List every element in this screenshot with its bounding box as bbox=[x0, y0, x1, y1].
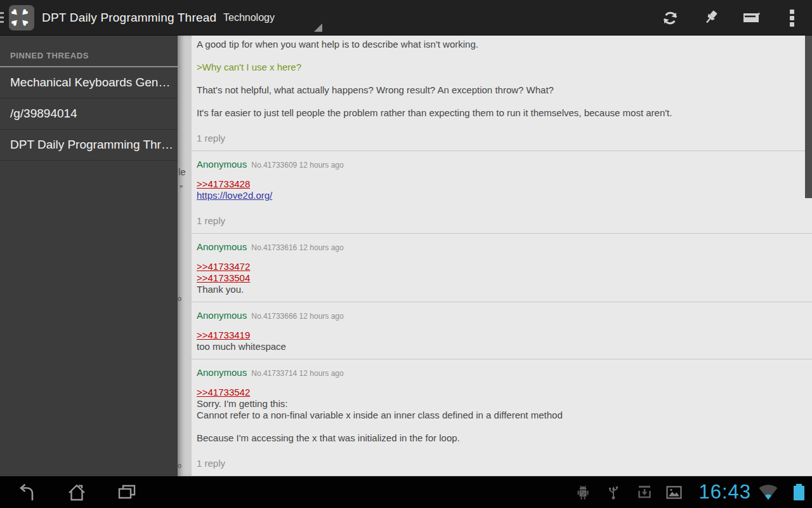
post-line: >>41733542 bbox=[197, 387, 803, 398]
home-button[interactable] bbox=[56, 476, 97, 508]
comment-line: Thank you. bbox=[197, 284, 244, 295]
clover-leaf: ♥ bbox=[18, 6, 30, 18]
pin-button[interactable] bbox=[690, 0, 731, 36]
post-header: AnonymousNo.41733666 12 hours ago bbox=[197, 310, 803, 322]
clover-leaf: ♥ bbox=[8, 17, 20, 29]
post[interactable]: AnonymousNo.41733666 12 hours ago>>41733… bbox=[192, 302, 812, 359]
comment-line: Cannot refer to a non-final variable x i… bbox=[197, 410, 563, 420]
post-number-and-time: No.41733714 12 hours ago bbox=[251, 369, 343, 378]
poster-name: Anonymous bbox=[197, 367, 247, 378]
post-line: Because I'm accessing the x that was ini… bbox=[197, 432, 803, 444]
battery-icon bbox=[794, 484, 804, 500]
post[interactable]: AnonymousNo.41733714 12 hours ago>>41733… bbox=[192, 359, 812, 476]
post-line: too much whitespace bbox=[197, 341, 803, 352]
post-line: https://love2d.org/ bbox=[197, 190, 803, 201]
post-line: >>41733428 bbox=[197, 178, 803, 190]
quote-link[interactable]: >>41733472 bbox=[197, 261, 250, 272]
quote-link[interactable]: >>41733428 bbox=[197, 178, 250, 189]
drawer-item[interactable]: Mechanical Keyboards Gen… bbox=[0, 67, 178, 98]
status-clock: 16:43 bbox=[698, 476, 751, 508]
clover-logo-icon[interactable]: ♥ ♥ ♥ ♥ bbox=[9, 5, 34, 30]
back-button[interactable] bbox=[6, 476, 47, 508]
blank-line bbox=[197, 50, 803, 62]
poster-name: Anonymous bbox=[197, 159, 247, 170]
post[interactable]: A good tip for when you want help is to … bbox=[192, 36, 812, 151]
post-line: >>41733504 bbox=[197, 272, 803, 284]
home-icon bbox=[67, 483, 87, 502]
post[interactable]: AnonymousNo.41733616 12 hours ago>>41733… bbox=[192, 234, 812, 302]
poster-name: Anonymous bbox=[197, 241, 247, 252]
drawer-item[interactable]: DPT Daily Programming Thr… bbox=[0, 130, 178, 161]
screenshot-image-icon bbox=[666, 476, 682, 508]
post-line: >>41733419 bbox=[197, 330, 803, 341]
overflow-icon bbox=[790, 8, 794, 29]
quote-link[interactable]: >>41733542 bbox=[197, 387, 250, 398]
blank-line bbox=[197, 73, 803, 84]
reply-icon bbox=[742, 10, 761, 26]
post-line: >>41733472 bbox=[197, 261, 803, 272]
board-spinner[interactable]: Technology bbox=[216, 0, 326, 36]
post-line: Cannot refer to a non-final variable x i… bbox=[197, 410, 803, 421]
screen: ♥ ♥ ♥ ♥ DPT Daily Programming Thread Tec… bbox=[0, 0, 812, 508]
page-title: DPT Daily Programming Thread bbox=[42, 0, 216, 36]
refresh-icon bbox=[662, 10, 679, 27]
overflow-button[interactable] bbox=[771, 0, 812, 36]
system-bar: 16:43 bbox=[0, 476, 812, 508]
quote-link[interactable]: >>41733419 bbox=[197, 330, 250, 340]
recents-button[interactable] bbox=[107, 476, 147, 508]
greentext-line: >Why can't I use x here? bbox=[197, 62, 301, 72]
external-link[interactable]: https://love2d.org/ bbox=[197, 190, 272, 201]
comment-line: Because I'm accessing the x that was ini… bbox=[197, 432, 460, 443]
post-list: A good tip for when you want help is to … bbox=[192, 36, 812, 476]
post-number-and-time: No.41733666 12 hours ago bbox=[251, 312, 343, 321]
post-line: Sorry. I'm getting this: bbox=[197, 398, 803, 410]
reply-count[interactable]: 1 reply bbox=[197, 133, 803, 144]
post-line: >Why can't I use x here? bbox=[197, 62, 803, 73]
comment-line: too much whitespace bbox=[197, 341, 286, 352]
comment-line: It's far easier to just tell people the … bbox=[197, 107, 672, 118]
pinned-threads-drawer: PINNED THREADS Mechanical Keyboards Gen…… bbox=[0, 36, 178, 476]
poster-name: Anonymous bbox=[197, 310, 247, 321]
clover-leaf: ♥ bbox=[18, 17, 30, 29]
post-line: Thank you. bbox=[197, 284, 803, 295]
action-bar-actions bbox=[650, 0, 812, 36]
spinner-caret-icon bbox=[314, 23, 322, 32]
reply-count[interactable]: 1 reply bbox=[197, 215, 803, 227]
post[interactable]: AnonymousNo.41733609 12 hours ago>>41733… bbox=[192, 151, 812, 234]
blank-line bbox=[197, 96, 803, 107]
occluded-pane-sliver: le”oo bbox=[178, 36, 192, 476]
usb-icon bbox=[607, 476, 620, 508]
drawer-items: Mechanical Keyboards Gen…/g/39894014DPT … bbox=[0, 67, 178, 161]
post-header: AnonymousNo.41733714 12 hours ago bbox=[197, 367, 803, 379]
post-line: It's far easier to just tell people the … bbox=[197, 107, 803, 119]
drawer-toggle-icon[interactable] bbox=[0, 12, 4, 25]
post-number-and-time: No.41733609 12 hours ago bbox=[251, 161, 343, 170]
clover-leaf: ♥ bbox=[8, 6, 20, 18]
post-header: AnonymousNo.41733609 12 hours ago bbox=[197, 159, 803, 171]
scrollbar-thumb[interactable] bbox=[805, 36, 812, 198]
adb-robot-icon bbox=[576, 476, 590, 508]
pin-icon bbox=[702, 9, 719, 27]
back-icon bbox=[16, 483, 37, 502]
occluded-text-fragment: ” bbox=[180, 183, 183, 194]
recents-icon bbox=[116, 483, 138, 502]
drawer-item[interactable]: /g/39894014 bbox=[0, 98, 178, 130]
reply-count[interactable]: 1 reply bbox=[197, 458, 803, 469]
blank-line bbox=[197, 421, 803, 432]
post-line: A good tip for when you want help is to … bbox=[197, 39, 803, 50]
comment-line: That's not helpful, what actually happen… bbox=[197, 84, 554, 95]
post-line: That's not helpful, what actually happen… bbox=[197, 84, 803, 96]
post-number-and-time: No.41733616 12 hours ago bbox=[251, 243, 343, 252]
thread-pane[interactable]: A good tip for when you want help is to … bbox=[190, 36, 812, 476]
download-icon bbox=[637, 476, 652, 508]
wifi-icon bbox=[757, 476, 779, 508]
comment-line: Sorry. I'm getting this: bbox=[197, 398, 287, 409]
action-bar: ♥ ♥ ♥ ♥ DPT Daily Programming Thread Tec… bbox=[0, 0, 812, 36]
occluded-text-fragment: o bbox=[178, 295, 181, 302]
board-spinner-value: Technology bbox=[223, 0, 275, 36]
drawer-header: PINNED THREADS bbox=[0, 36, 178, 67]
reply-button[interactable] bbox=[731, 0, 771, 36]
quote-link[interactable]: >>41733504 bbox=[197, 272, 250, 283]
refresh-button[interactable] bbox=[650, 0, 690, 36]
comment-line: A good tip for when you want help is to … bbox=[197, 39, 478, 50]
